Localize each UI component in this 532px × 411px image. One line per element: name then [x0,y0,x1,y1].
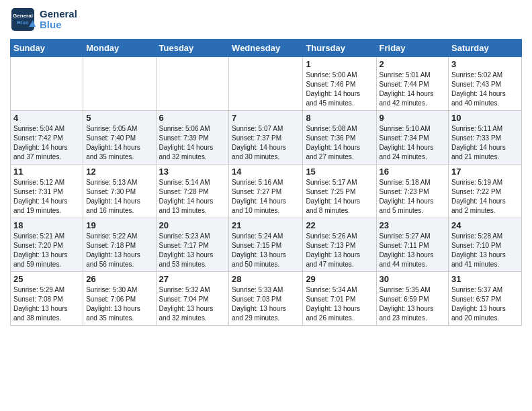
day-cell: 16Sunrise: 5:18 AM Sunset: 7:23 PM Dayli… [376,165,449,218]
calendar-table: SundayMondayTuesdayWednesdayThursdayFrid… [10,39,522,326]
day-info: Sunrise: 5:02 AM Sunset: 7:43 PM Dayligh… [451,71,519,108]
day-number: 19 [86,220,152,230]
day-info: Sunrise: 5:17 AM Sunset: 7:25 PM Dayligh… [306,178,373,216]
day-info: Sunrise: 5:21 AM Sunset: 7:20 PM Dayligh… [13,232,80,269]
day-cell: 21Sunrise: 5:24 AM Sunset: 7:15 PM Dayli… [229,218,303,272]
day-info: Sunrise: 5:23 AM Sunset: 7:17 PM Dayligh… [159,232,226,269]
day-number: 11 [13,167,80,177]
day-cell: 26Sunrise: 5:30 AM Sunset: 7:06 PM Dayli… [83,272,156,326]
day-cell [156,57,229,111]
day-cell: 25Sunrise: 5:29 AM Sunset: 7:08 PM Dayli… [11,272,83,326]
day-number: 12 [86,167,152,177]
day-cell: 31Sunrise: 5:37 AM Sunset: 6:57 PM Dayli… [449,272,522,326]
day-cell: 30Sunrise: 5:35 AM Sunset: 6:59 PM Dayli… [376,272,449,326]
day-number: 15 [306,167,373,177]
svg-text:Blue: Blue [17,19,29,26]
day-cell: 8Sunrise: 5:08 AM Sunset: 7:36 PM Daylig… [303,111,376,165]
week-row-5: 25Sunrise: 5:29 AM Sunset: 7:08 PM Dayli… [11,272,522,326]
day-number: 3 [451,59,519,69]
day-cell: 19Sunrise: 5:22 AM Sunset: 7:18 PM Dayli… [83,218,156,272]
day-number: 26 [86,274,152,284]
day-info: Sunrise: 5:22 AM Sunset: 7:18 PM Dayligh… [86,232,152,269]
day-cell: 29Sunrise: 5:34 AM Sunset: 7:01 PM Dayli… [303,272,376,326]
day-cell: 28Sunrise: 5:33 AM Sunset: 7:03 PM Dayli… [229,272,303,326]
day-number: 16 [380,167,446,177]
day-cell: 9Sunrise: 5:10 AM Sunset: 7:34 PM Daylig… [376,111,449,165]
day-number: 14 [232,167,300,177]
day-cell: 20Sunrise: 5:23 AM Sunset: 7:17 PM Dayli… [156,218,229,272]
day-info: Sunrise: 5:35 AM Sunset: 6:59 PM Dayligh… [380,285,446,323]
day-number: 30 [380,274,446,284]
day-info: Sunrise: 5:18 AM Sunset: 7:23 PM Dayligh… [380,178,446,216]
day-info: Sunrise: 5:04 AM Sunset: 7:42 PM Dayligh… [13,124,80,162]
week-row-3: 11Sunrise: 5:12 AM Sunset: 7:31 PM Dayli… [11,165,522,218]
day-cell: 10Sunrise: 5:11 AM Sunset: 7:33 PM Dayli… [449,111,522,165]
logo-blue-text: Blue [40,19,77,31]
day-cell: 23Sunrise: 5:27 AM Sunset: 7:11 PM Dayli… [376,218,449,272]
day-cell: 17Sunrise: 5:19 AM Sunset: 7:22 PM Dayli… [449,165,522,218]
day-info: Sunrise: 5:11 AM Sunset: 7:33 PM Dayligh… [451,124,519,162]
day-number: 8 [306,113,373,123]
day-info: Sunrise: 5:29 AM Sunset: 7:08 PM Dayligh… [13,285,80,323]
day-cell: 14Sunrise: 5:16 AM Sunset: 7:27 PM Dayli… [229,165,303,218]
logo-general-text: General [40,9,77,20]
day-number: 9 [380,113,446,123]
weekday-wednesday: Wednesday [229,40,303,57]
day-number: 6 [159,113,226,123]
day-info: Sunrise: 5:28 AM Sunset: 7:10 PM Dayligh… [451,232,519,269]
weekday-saturday: Saturday [449,40,522,57]
day-info: Sunrise: 5:13 AM Sunset: 7:30 PM Dayligh… [86,178,152,216]
day-info: Sunrise: 5:33 AM Sunset: 7:03 PM Dayligh… [232,285,300,323]
day-info: Sunrise: 5:19 AM Sunset: 7:22 PM Dayligh… [451,178,519,216]
day-number: 7 [232,113,300,123]
day-info: Sunrise: 5:16 AM Sunset: 7:27 PM Dayligh… [232,178,300,216]
day-info: Sunrise: 5:27 AM Sunset: 7:11 PM Dayligh… [380,232,446,269]
day-cell: 12Sunrise: 5:13 AM Sunset: 7:30 PM Dayli… [83,165,156,218]
logo-icon: General Blue [10,7,36,32]
day-number: 28 [232,274,300,284]
day-number: 2 [380,59,446,69]
day-number: 5 [86,113,152,123]
day-info: Sunrise: 5:05 AM Sunset: 7:40 PM Dayligh… [86,124,152,162]
day-cell [229,57,303,111]
day-cell: 5Sunrise: 5:05 AM Sunset: 7:40 PM Daylig… [83,111,156,165]
day-info: Sunrise: 5:32 AM Sunset: 7:04 PM Dayligh… [159,285,226,323]
day-number: 31 [451,274,519,284]
day-cell: 27Sunrise: 5:32 AM Sunset: 7:04 PM Dayli… [156,272,229,326]
day-cell: 24Sunrise: 5:28 AM Sunset: 7:10 PM Dayli… [449,218,522,272]
weekday-header-row: SundayMondayTuesdayWednesdayThursdayFrid… [11,40,522,57]
day-cell: 18Sunrise: 5:21 AM Sunset: 7:20 PM Dayli… [11,218,83,272]
day-cell: 2Sunrise: 5:01 AM Sunset: 7:44 PM Daylig… [376,57,449,111]
weekday-sunday: Sunday [11,40,83,57]
day-number: 20 [159,220,226,230]
day-number: 27 [159,274,226,284]
day-cell: 13Sunrise: 5:14 AM Sunset: 7:28 PM Dayli… [156,165,229,218]
week-row-4: 18Sunrise: 5:21 AM Sunset: 7:20 PM Dayli… [11,218,522,272]
day-info: Sunrise: 5:14 AM Sunset: 7:28 PM Dayligh… [159,178,226,216]
day-info: Sunrise: 5:06 AM Sunset: 7:39 PM Dayligh… [159,124,226,162]
day-number: 17 [451,167,519,177]
week-row-1: 1Sunrise: 5:00 AM Sunset: 7:46 PM Daylig… [11,57,522,111]
weekday-monday: Monday [83,40,156,57]
day-number: 10 [451,113,519,123]
day-info: Sunrise: 5:01 AM Sunset: 7:44 PM Dayligh… [380,71,446,108]
day-cell: 7Sunrise: 5:07 AM Sunset: 7:37 PM Daylig… [229,111,303,165]
day-info: Sunrise: 5:07 AM Sunset: 7:37 PM Dayligh… [232,124,300,162]
day-cell [83,57,156,111]
day-number: 23 [380,220,446,230]
weekday-friday: Friday [376,40,449,57]
header: General Blue General Blue [10,7,522,32]
day-info: Sunrise: 5:24 AM Sunset: 7:15 PM Dayligh… [232,232,300,269]
day-info: Sunrise: 5:37 AM Sunset: 6:57 PM Dayligh… [451,285,519,323]
day-number: 24 [451,220,519,230]
day-number: 22 [306,220,373,230]
day-info: Sunrise: 5:08 AM Sunset: 7:36 PM Dayligh… [306,124,373,162]
day-cell: 4Sunrise: 5:04 AM Sunset: 7:42 PM Daylig… [11,111,83,165]
day-info: Sunrise: 5:00 AM Sunset: 7:46 PM Dayligh… [306,71,373,108]
day-number: 13 [159,167,226,177]
logo: General Blue General Blue [10,7,77,32]
day-cell: 1Sunrise: 5:00 AM Sunset: 7:46 PM Daylig… [303,57,376,111]
weekday-tuesday: Tuesday [156,40,229,57]
day-number: 4 [13,113,80,123]
day-cell: 3Sunrise: 5:02 AM Sunset: 7:43 PM Daylig… [449,57,522,111]
